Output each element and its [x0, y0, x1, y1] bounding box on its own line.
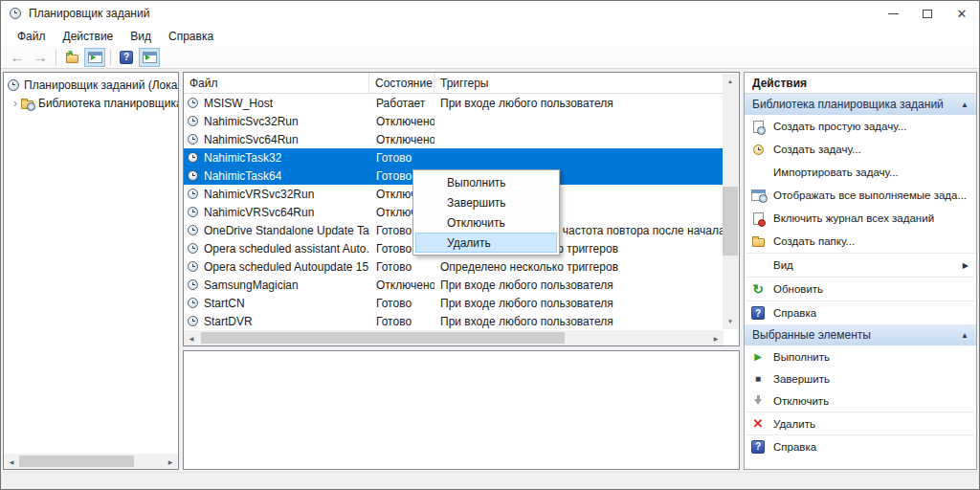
list-vertical-scrollbar[interactable]: ▲ ▼	[723, 74, 738, 329]
action-import-task[interactable]: Импортировать задачу...	[745, 161, 976, 184]
collapse-icon[interactable]: ▲	[961, 100, 969, 109]
table-row[interactable]: NahimicSvc32Run Отключено	[184, 112, 724, 130]
action-label: Справка	[773, 441, 816, 453]
up-folder-button[interactable]	[61, 48, 82, 67]
console-tree-icon	[88, 52, 102, 63]
action-delete-selected[interactable]: Удалить	[745, 412, 976, 434]
back-button[interactable]: ←	[7, 48, 28, 67]
task-trigger: При входе любого пользователя	[434, 97, 724, 110]
task-clock-icon	[188, 316, 198, 326]
back-icon: ←	[11, 50, 25, 64]
forward-icon: →	[33, 50, 48, 64]
column-header-state[interactable]: Состояние	[369, 73, 434, 93]
task-state: Отключено	[369, 133, 434, 146]
scroll-right-icon[interactable]: ▶	[163, 454, 178, 469]
help-button[interactable]	[116, 48, 137, 67]
action-run-selected[interactable]: Выполнить	[745, 345, 976, 368]
scroll-up-icon[interactable]: ▲	[723, 74, 738, 89]
section-header-library[interactable]: Библиотека планировщика заданий ▲	[745, 94, 976, 115]
menu-action[interactable]: Действие	[55, 28, 122, 45]
scroll-left-icon[interactable]: ◀	[4, 454, 19, 469]
task-state: Работает	[369, 97, 434, 110]
task-state: Готово	[369, 151, 434, 165]
table-row[interactable]: NahimicSvc64Run Отключено	[184, 130, 724, 148]
task-name: Opera scheduled assistant Auto...	[204, 242, 369, 256]
enable-task-history-icon	[753, 212, 764, 225]
action-refresh[interactable]: Обновить	[745, 278, 976, 301]
refresh-icon	[750, 281, 766, 297]
action-enable-task-history[interactable]: Включить журнал всех заданий	[745, 207, 976, 230]
task-clock-icon	[188, 189, 198, 199]
task-name: StartCN	[204, 297, 245, 310]
task-clock-icon	[188, 298, 198, 308]
minimize-button[interactable]	[876, 1, 910, 26]
expander-icon[interactable]: ›	[10, 97, 21, 110]
console-tree-toggle-button[interactable]	[84, 48, 105, 67]
context-menu-item-run[interactable]: Выполнить	[415, 172, 557, 192]
minimize-icon	[888, 13, 899, 14]
action-create-task[interactable]: Создать задачу...	[745, 138, 976, 161]
scroll-right-icon[interactable]: ▶	[708, 330, 724, 345]
tree-root-label: Планировщик заданий (Локаль	[24, 78, 178, 92]
task-state: Отключено	[369, 278, 434, 292]
scrollbar-track[interactable]	[199, 330, 708, 345]
tree-item-task-scheduler-root[interactable]: Планировщик заданий (Локаль	[4, 76, 178, 94]
action-label: Справка	[773, 307, 816, 319]
detail-pane	[183, 350, 740, 470]
task-name: NahimicTask32	[204, 151, 281, 165]
action-display-running-tasks[interactable]: Отображать все выполняемые зада...	[745, 184, 976, 207]
table-row-selected[interactable]: NahimicTask32 Готово	[184, 148, 724, 167]
table-row[interactable]: StartCN Готово При входе любого пользова…	[184, 294, 724, 312]
action-help[interactable]: Справка	[745, 301, 976, 324]
forward-button[interactable]: →	[30, 48, 51, 67]
column-header-triggers[interactable]: Триггеры	[434, 73, 724, 93]
section-header-selected-items[interactable]: Выбранные элементы ▲	[745, 324, 976, 345]
sidebar-horizontal-scrollbar[interactable]: ◀ ▶	[4, 454, 178, 469]
action-label: Обновить	[773, 283, 823, 295]
tree-item-task-scheduler-library[interactable]: › Библиотека планировщика	[4, 94, 178, 112]
task-name: NahimicSvc32Run	[204, 115, 299, 128]
task-state: Готово	[369, 260, 434, 274]
scroll-down-icon[interactable]: ▼	[723, 314, 738, 329]
context-menu-item-delete[interactable]: Удалить	[415, 233, 557, 253]
scroll-left-icon[interactable]: ◀	[184, 330, 199, 345]
menu-file[interactable]: Файл	[9, 28, 55, 45]
context-menu-item-disable[interactable]: Отключить	[415, 212, 557, 233]
task-clock-icon	[188, 98, 198, 108]
table-row[interactable]: SamsungMagician Отключено При входе любо…	[184, 276, 724, 294]
table-row[interactable]: Opera scheduled Autoupdate 15... Готово …	[184, 257, 724, 276]
list-horizontal-scrollbar[interactable]: ◀ ▶	[184, 330, 724, 345]
action-help-selected[interactable]: Справка	[745, 435, 976, 457]
context-menu-item-end[interactable]: Завершить	[415, 192, 557, 212]
action-end-selected[interactable]: Завершить	[745, 368, 976, 390]
maximize-icon	[923, 10, 932, 18]
scrollbar-thumb[interactable]	[19, 456, 134, 467]
action-pane-toggle-button[interactable]	[139, 48, 160, 67]
scrollbar-thumb[interactable]	[201, 332, 565, 344]
action-new-folder[interactable]: Создать папку...	[745, 230, 976, 253]
toolbar-separator	[110, 50, 111, 65]
task-trigger: При входе любого пользователя	[434, 297, 724, 310]
table-row[interactable]: MSISW_Host Работает При входе любого пол…	[184, 94, 724, 112]
scrollbar-track[interactable]	[19, 454, 163, 469]
scrollbar-thumb[interactable]	[723, 187, 738, 256]
column-header-file[interactable]: Файл	[184, 73, 369, 93]
menu-view[interactable]: Вид	[122, 28, 160, 45]
task-clock-icon	[188, 152, 198, 163]
scheduler-clock-icon	[8, 79, 19, 91]
task-name: MSISW_Host	[204, 97, 273, 110]
close-icon: ✕	[957, 7, 968, 21]
task-name: NahimicVRSvc32Run	[204, 188, 314, 201]
table-row[interactable]: StartDVR Готово При входе любого пользов…	[184, 312, 724, 330]
action-create-simple-task[interactable]: Создать простую задачу...	[745, 115, 976, 138]
menu-help[interactable]: Справка	[160, 28, 222, 45]
action-view[interactable]: Вид ▶	[745, 254, 976, 277]
action-disable-selected[interactable]: Отключить	[745, 390, 976, 412]
task-clock-icon	[188, 170, 198, 181]
actions-pane: Действия Библиотека планировщика заданий…	[744, 72, 977, 470]
close-button[interactable]: ✕	[945, 1, 979, 26]
maximize-button[interactable]	[910, 1, 945, 26]
toolbar: ← →	[1, 46, 979, 69]
collapse-icon[interactable]: ▲	[961, 331, 969, 340]
task-name: OneDrive Standalone Update Tas...	[204, 224, 369, 237]
